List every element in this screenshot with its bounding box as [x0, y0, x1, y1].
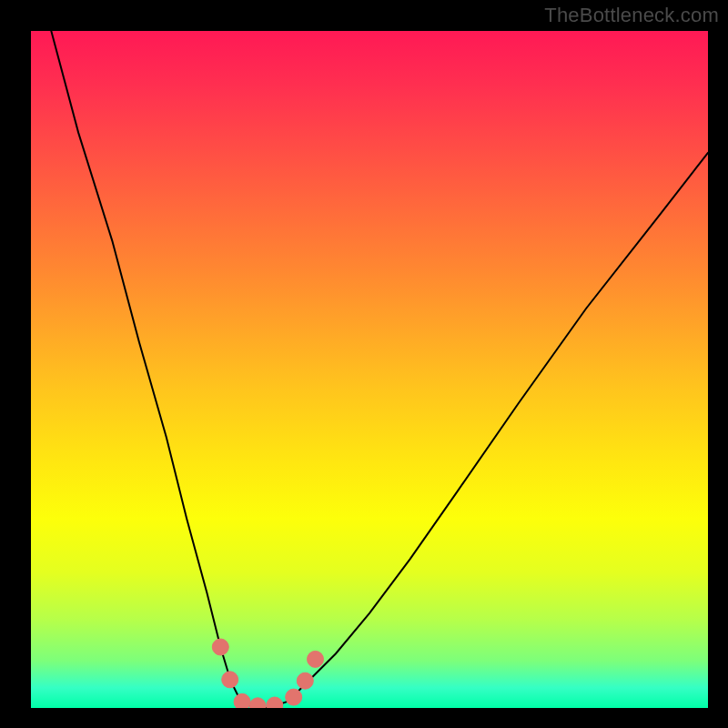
data-marker [234, 693, 250, 708]
data-marker [297, 672, 313, 689]
marker-group [212, 639, 323, 708]
curve-overlay [31, 31, 708, 708]
data-marker [222, 672, 238, 688]
watermark-text: TheBottleneck.com [544, 4, 719, 27]
bottleneck-curve [51, 31, 708, 708]
data-marker [249, 698, 266, 708]
data-marker [308, 651, 324, 667]
data-marker [267, 697, 283, 708]
chart-frame: TheBottleneck.com [0, 0, 728, 728]
data-marker [212, 639, 228, 655]
data-marker [286, 689, 302, 705]
plot-area [31, 31, 708, 708]
